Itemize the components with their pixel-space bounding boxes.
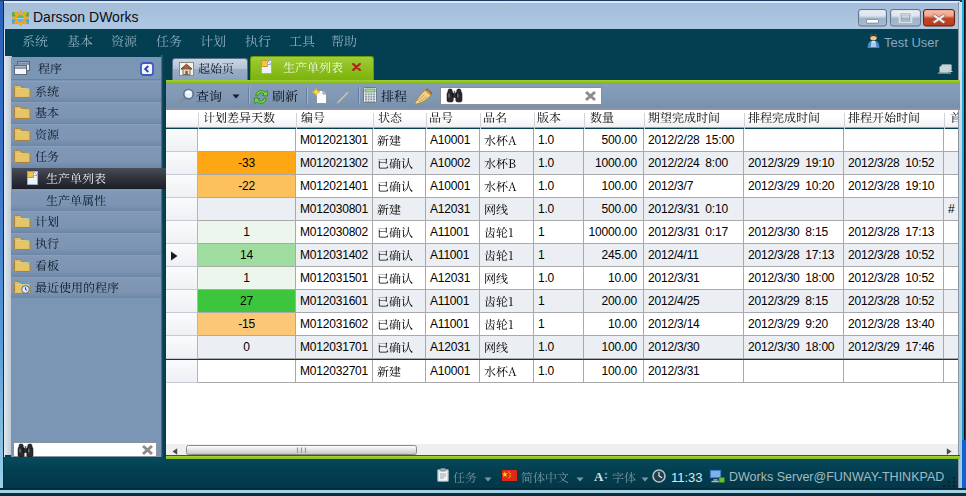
svg-text:A: A [594,470,604,482]
